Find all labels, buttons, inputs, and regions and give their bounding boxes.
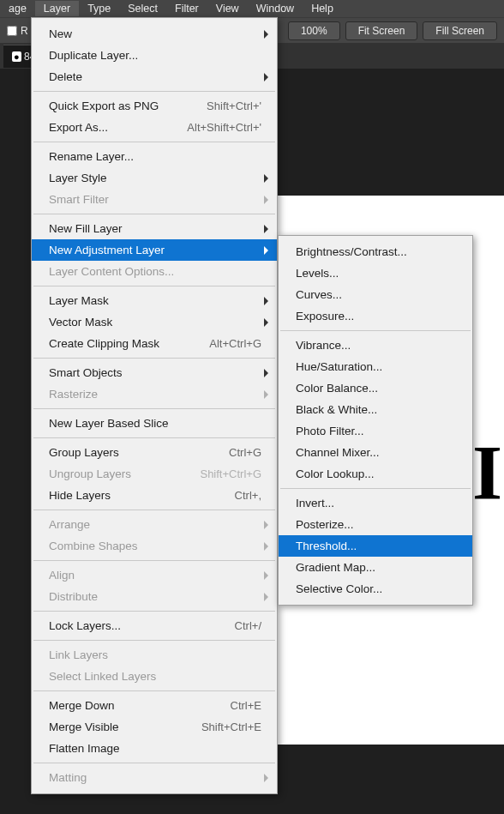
menu-label: Rename Layer...: [49, 150, 267, 163]
layer-menu-item-merge-down[interactable]: Merge DownCtrl+E: [32, 695, 277, 716]
adjustment-submenu-item-photo-filter[interactable]: Photo Filter...: [279, 420, 472, 442]
menu-label: Create Clipping Mask: [49, 337, 209, 350]
layer-menu-item-layer-mask[interactable]: Layer Mask: [32, 290, 277, 311]
submenu-arrow-icon: [264, 246, 268, 255]
submenu-arrow-icon: [264, 521, 268, 529]
menu-separator: [33, 510, 275, 510]
checkbox-r-label: R: [21, 25, 28, 37]
menubar-item-image[interactable]: age: [0, 1, 35, 16]
adjustment-submenu-item-posterize[interactable]: Posterize...: [279, 514, 472, 535]
menu-label: Hue/Saturation...: [296, 360, 462, 373]
menu-shortcut: Ctrl+E: [231, 699, 267, 712]
menu-label: New Adjustment Layer: [49, 244, 267, 256]
menubar-item-filter[interactable]: Filter: [166, 1, 207, 16]
menu-separator: [33, 640, 275, 641]
menu-separator: [33, 437, 275, 438]
layer-menu-item-merge-visible[interactable]: Merge VisibleShift+Ctrl+E: [32, 716, 277, 738]
layer-menu-item-smart-filter: Smart Filter: [32, 189, 277, 210]
layer-menu-item-lock-layers[interactable]: Lock Layers...Ctrl+/: [32, 615, 277, 636]
menu-label: Color Balance...: [296, 382, 462, 395]
layer-menu-item-layer-style[interactable]: Layer Style: [32, 167, 277, 189]
layer-menu-item-new-adjustment-layer[interactable]: New Adjustment Layer: [32, 239, 277, 261]
layer-menu-item-layer-content-options: Layer Content Options...: [32, 261, 277, 282]
adjustment-submenu-item-color-lookup[interactable]: Color Lookup...: [279, 463, 472, 485]
toolbar-checkbox-r[interactable]: R: [7, 25, 28, 37]
menu-separator: [33, 611, 275, 612]
menu-label: Exposure...: [296, 310, 462, 323]
layer-menu-item-new-fill-layer[interactable]: New Fill Layer: [32, 218, 277, 239]
fit-screen-button[interactable]: Fit Screen: [345, 21, 418, 40]
menu-label: Vibrance...: [296, 339, 462, 352]
menu-label: Layer Content Options...: [49, 265, 267, 278]
menu-shortcut: Alt+Shift+Ctrl+': [187, 121, 267, 134]
layer-menu-item-smart-objects[interactable]: Smart Objects: [32, 362, 277, 383]
menu-label: Quick Export as PNG: [49, 99, 207, 112]
adjustment-submenu-item-selective-color[interactable]: Selective Color...: [279, 578, 472, 600]
adjustment-submenu-item-invert[interactable]: Invert...: [279, 492, 472, 514]
layer-menu-item-quick-export-as-png[interactable]: Quick Export as PNGShift+Ctrl+': [32, 95, 277, 117]
layer-menu-item-new[interactable]: New: [32, 23, 277, 45]
layer-menu-item-align: Align: [32, 564, 277, 586]
checkbox-r[interactable]: [7, 26, 17, 36]
menu-label: Channel Mixer...: [296, 446, 462, 459]
adjustment-submenu-item-exposure[interactable]: Exposure...: [279, 305, 472, 327]
adjustment-submenu-item-threshold[interactable]: Threshold...: [279, 535, 472, 557]
menu-shortcut: Ctrl+/: [235, 619, 267, 632]
menu-label: Ungroup Layers: [49, 467, 200, 480]
layer-menu-item-export-as[interactable]: Export As...Alt+Shift+Ctrl+': [32, 117, 277, 138]
menubar-item-help[interactable]: Help: [303, 1, 342, 16]
layer-menu-item-hide-layers[interactable]: Hide LayersCtrl+,: [32, 485, 277, 506]
layer-menu-item-group-layers[interactable]: Group LayersCtrl+G: [32, 442, 277, 463]
layer-menu-item-delete[interactable]: Delete: [32, 66, 277, 87]
adjustment-submenu-item-brightness-contrast[interactable]: Brightness/Contrast...: [279, 241, 472, 262]
submenu-arrow-icon: [264, 225, 268, 233]
menu-label: Threshold...: [296, 540, 462, 552]
new-adjustment-layer-submenu: Brightness/Contrast...Levels...Curves...…: [278, 235, 473, 606]
menu-label: Merge Visible: [49, 721, 201, 733]
menu-separator: [280, 330, 471, 331]
menu-separator: [33, 214, 275, 214]
menubar-item-select[interactable]: Select: [119, 1, 166, 16]
adjustment-submenu-item-channel-mixer[interactable]: Channel Mixer...: [279, 442, 472, 463]
layer-menu-item-link-layers: Link Layers: [32, 644, 277, 666]
fill-screen-button[interactable]: Fill Screen: [423, 21, 497, 40]
submenu-arrow-icon: [264, 318, 268, 327]
adjustment-submenu-item-gradient-map[interactable]: Gradient Map...: [279, 557, 472, 578]
menu-label: Curves...: [296, 288, 462, 301]
layer-menu-item-duplicate-layer[interactable]: Duplicate Layer...: [32, 45, 277, 66]
menu-label: Layer Mask: [49, 294, 267, 307]
menu-label: Invert...: [296, 497, 462, 510]
menu-label: Delete: [49, 70, 267, 83]
layer-menu-item-matting: Matting: [32, 767, 277, 788]
menu-shortcut: Alt+Ctrl+G: [209, 337, 267, 350]
menubar-item-type[interactable]: Type: [79, 1, 119, 16]
menu-label: Brightness/Contrast...: [296, 245, 462, 258]
adjustment-submenu-item-curves[interactable]: Curves...: [279, 284, 472, 305]
menu-label: Export As...: [49, 121, 187, 134]
adjustment-submenu-item-levels[interactable]: Levels...: [279, 262, 472, 284]
menu-label: New: [49, 27, 267, 40]
submenu-arrow-icon: [264, 593, 268, 601]
adjustment-submenu-item-hue-saturation[interactable]: Hue/Saturation...: [279, 356, 472, 377]
menu-separator: [33, 560, 275, 561]
menu-label: Levels...: [296, 267, 462, 280]
adjustment-submenu-item-black-white[interactable]: Black & White...: [279, 399, 472, 420]
menu-separator: [280, 488, 471, 489]
menu-label: Combine Shapes: [49, 540, 267, 552]
layer-menu-item-new-layer-based-slice[interactable]: New Layer Based Slice: [32, 413, 277, 434]
menu-label: Layer Style: [49, 172, 267, 184]
menu-label: New Fill Layer: [49, 222, 267, 235]
layer-menu-item-vector-mask[interactable]: Vector Mask: [32, 311, 277, 333]
zoom-100-button[interactable]: 100%: [288, 21, 340, 40]
adjustment-submenu-item-vibrance[interactable]: Vibrance...: [279, 335, 472, 356]
menubar-item-view[interactable]: View: [207, 1, 248, 16]
menubar-item-window[interactable]: Window: [248, 1, 303, 16]
menu-label: Selective Color...: [296, 582, 462, 595]
menubar-item-layer[interactable]: Layer: [35, 1, 79, 16]
menu-label: Align: [49, 569, 267, 582]
layer-menu-item-create-clipping-mask[interactable]: Create Clipping MaskAlt+Ctrl+G: [32, 333, 277, 354]
adjustment-submenu-item-color-balance[interactable]: Color Balance...: [279, 377, 472, 399]
layer-menu-item-rename-layer[interactable]: Rename Layer...: [32, 146, 277, 167]
menu-label: New Layer Based Slice: [49, 417, 267, 430]
layer-menu-item-flatten-image[interactable]: Flatten Image: [32, 738, 277, 759]
